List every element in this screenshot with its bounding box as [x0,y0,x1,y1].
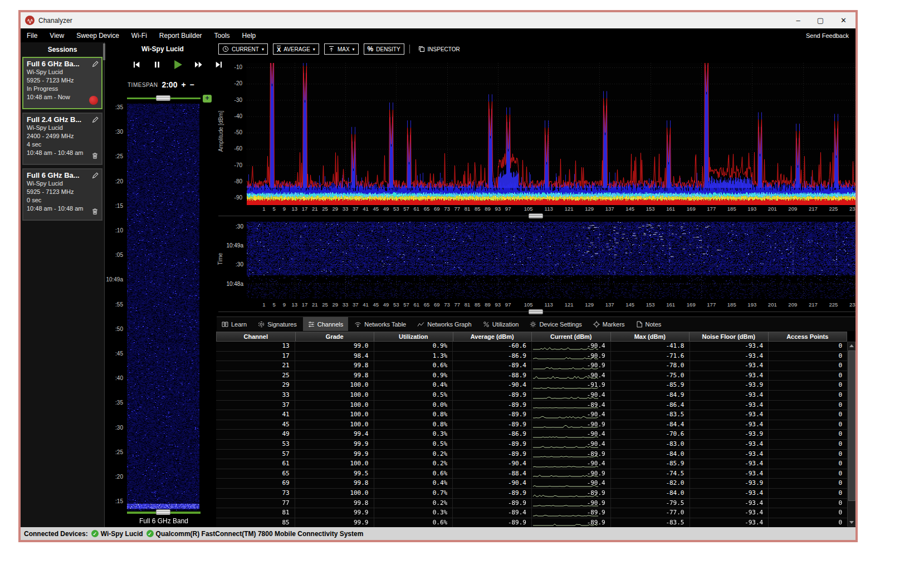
time-tick: :25 [115,449,123,456]
close-button[interactable]: ✕ [840,17,847,24]
table-row[interactable]: 33100.00.5%-89.9-90.4-84.9-93.40 [216,391,847,401]
session-card-1[interactable]: Full 6 GHz Ba... Wi-Spy Lucid 5925 - 712… [22,57,102,109]
scroll-down-icon[interactable] [848,519,855,526]
tab-markers[interactable]: Markers [588,317,630,331]
table-row[interactable]: 1399.00.9%-60.6-90.4-41.8-93.40 [216,342,847,352]
waterfall-range-slider-top[interactable] [127,96,201,100]
table-row[interactable]: 6599.50.6%-88.4-90.9-74.5-93.40 [216,469,847,479]
menu-view[interactable]: View [43,32,70,40]
menu-wifi[interactable]: Wi-Fi [125,32,153,40]
column-header[interactable]: Channel [217,332,296,341]
session-card-3[interactable]: Full 6 GHz Ba... Wi-Spy Lucid 5925 - 712… [22,168,102,221]
timespan-decrease-button[interactable]: − [190,81,194,89]
tab-signatures[interactable]: Signatures [253,317,302,331]
column-header[interactable]: Utilization [374,332,453,341]
table-row[interactable]: 61100.00.2%-90.4-90.4-85.9-93.40 [216,459,847,469]
table-row[interactable]: 45100.00.8%-89.9-90.9-84.4-93.40 [216,420,847,430]
menu-file[interactable]: File [21,32,43,40]
tab-label: Device Settings [539,321,581,328]
add-range-button[interactable]: + [203,95,212,103]
channel-tick: 105 [521,206,536,212]
pane-splitter-handle[interactable] [529,213,543,218]
spectrum-plot-canvas[interactable] [247,63,855,205]
tab-networks-graph[interactable]: Networks Graph [412,317,476,331]
table-row[interactable]: 4999.40.3%-86.9-90.4-70.6-93.90 [216,430,847,440]
skip-start-button[interactable] [130,59,143,70]
cell-value: -90.4 [587,440,605,447]
pencil-icon[interactable] [92,115,99,125]
tab-learn[interactable]: Learn [217,317,252,331]
menu-sweep-device[interactable]: Sweep Device [70,32,125,40]
trash-icon[interactable] [91,207,99,217]
tab-label: Signatures [267,321,297,328]
session-waterfall-canvas[interactable] [127,104,199,510]
table-row[interactable]: 73100.00.7%-89.9-89.9-84.0-93.40 [216,489,847,499]
column-header[interactable]: Noise Floor (dBm) [690,332,769,341]
channel-tick: 161 [663,301,678,308]
panel-splitter[interactable] [103,43,105,60]
pane-splitter-handle-2[interactable] [529,309,543,314]
channel-axis-ticks-2: 1591317212529333741454953576165697377818… [247,301,855,308]
table-cell: -93.4 [690,518,769,527]
minimize-button[interactable]: – [796,17,800,24]
table-cell: -41.8 [611,342,690,351]
skip-end-button[interactable] [213,59,225,70]
table-cell: 33 [216,391,295,400]
tab-notes[interactable]: Notes [631,317,667,331]
waterfall-range-slider-bottom[interactable] [127,510,201,514]
table-row[interactable]: 41100.00.8%-89.9-90.4-83.5-93.40 [216,410,847,420]
fast-forward-button[interactable] [192,59,204,70]
table-row[interactable]: 5799.90.2%-89.9-89.9-84.0-93.40 [216,450,847,460]
table-cell: 0 [769,469,847,479]
scroll-up-icon[interactable] [848,342,855,349]
time-tick: 10:49a [106,276,123,283]
play-button[interactable] [172,59,184,70]
table-row[interactable]: 37100.00.0%-89.9-89.4-86.4-93.40 [216,401,847,411]
trash-icon[interactable] [91,152,99,162]
table-row[interactable]: 8199.90.3%-89.4-89.9-77.0-93.40 [216,508,847,518]
tab-channels[interactable]: Channels [303,317,348,331]
maximize-button[interactable]: ▢ [817,17,824,24]
table-cell: -90.9 [532,469,611,479]
cell-value: -90.9 [587,421,605,428]
slider-handle[interactable] [156,95,170,101]
tab-utilization[interactable]: Utilization [478,317,524,331]
table-row[interactable]: 5399.90.5%-89.9-90.4-83.0-93.40 [216,440,847,450]
table-cell: 0 [769,342,847,351]
column-header[interactable]: Average (dBm) [453,332,532,341]
channel-tick: 225 [826,301,840,308]
menu-help[interactable]: Help [236,32,262,40]
table-row[interactable]: 2199.80.6%-89.4-90.9-78.0-93.40 [216,361,847,371]
column-header[interactable]: Max (dBm) [611,332,690,341]
slider-handle[interactable] [156,509,170,515]
table-row[interactable]: 2599.80.9%-88.9-90.4-75.0-93.40 [216,371,847,381]
tab-networks-table[interactable]: Networks Table [349,317,411,331]
table-cell: 0.0% [374,401,453,410]
current-view-button[interactable]: CURRENT▾ [218,43,268,55]
table-row[interactable]: 7799.80.2%-89.9-90.9-79.5-93.40 [216,499,847,509]
inspector-button[interactable]: INSPECTOR [415,44,463,54]
timespan-increase-button[interactable]: + [181,81,185,89]
density-view-button[interactable]: % DENSITY [364,43,404,55]
session-card-2[interactable]: Full 2.4 GHz B... Wi-Spy Lucid 2400 - 24… [22,113,102,165]
table-row[interactable]: 8599.90.6%-89.9-89.9-83.5-93.40 [216,518,847,527]
table-row[interactable]: 29100.00.4%-90.4-91.9-85.9-93.90 [216,381,847,391]
scrollbar-thumb[interactable] [848,351,855,501]
column-header[interactable]: Access Points [769,332,847,341]
table-row[interactable]: 1798.41.3%-86.9-90.9-71.6-93.40 [216,352,847,362]
tab-device-settings[interactable]: Device Settings [525,317,586,331]
column-header[interactable]: Current (dBm) [532,332,611,341]
table-scrollbar[interactable] [847,342,855,527]
table-row[interactable]: 6999.80.4%-90.4-90.4-82.0-93.90 [216,479,847,489]
send-feedback-link[interactable]: Send Feedback [806,32,855,39]
waterfall-plot-canvas[interactable] [247,222,855,299]
menu-tools[interactable]: Tools [208,32,236,40]
average-view-button[interactable]: X AVERAGE▾ [273,43,319,55]
pencil-icon[interactable] [92,171,99,181]
menu-report-builder[interactable]: Report Builder [153,32,208,40]
cell-value: -90.9 [587,499,605,507]
max-view-button[interactable]: MAX▾ [324,43,359,55]
pencil-icon[interactable] [92,60,99,70]
column-header[interactable]: Grade [296,332,375,341]
pause-button[interactable] [151,59,163,70]
